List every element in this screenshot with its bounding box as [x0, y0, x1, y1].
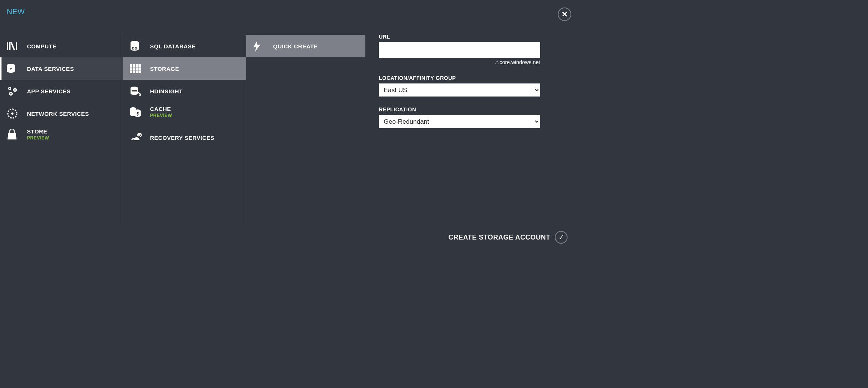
- cache-icon: [130, 106, 145, 118]
- svg-point-7: [9, 88, 11, 89]
- svg-point-11: [10, 93, 12, 94]
- svg-marker-27: [254, 40, 260, 52]
- hdinsight-icon: [130, 85, 145, 97]
- nav-item-texts: STORE PREVIEW: [27, 129, 49, 141]
- form-group-location: LOCATION/AFFINITY GROUP East US: [379, 75, 540, 97]
- nav-item-label: DATA SERVICES: [27, 66, 74, 72]
- form-area: URL .*.core.windows.net LOCATION/AFFINIT…: [379, 34, 540, 138]
- nav-item-recovery-services[interactable]: RECOVERY SERVICES: [123, 126, 246, 149]
- nav-item-label: APP SERVICES: [27, 88, 71, 94]
- nav-item-quick-create[interactable]: QUICK CREATE: [246, 35, 365, 57]
- nav-item-label: COMPUTE: [27, 43, 57, 49]
- url-label: URL: [379, 34, 540, 40]
- quick-create-icon: [253, 40, 268, 52]
- nav-item-label: CACHE: [150, 106, 172, 112]
- sql-database-icon: DB: [130, 40, 145, 52]
- nav-column-2: DB SQL DATABASE STORAGE HDINSIGHT CACHE …: [123, 35, 246, 225]
- store-icon: [7, 129, 22, 141]
- create-button-label: CREATE STORAGE ACCOUNT: [448, 234, 550, 241]
- nav-item-hdinsight[interactable]: HDINSIGHT: [123, 80, 246, 102]
- nav-item-network-services[interactable]: NETWORK SERVICES: [0, 102, 123, 125]
- app-services-icon: [7, 85, 22, 97]
- preview-badge: PREVIEW: [150, 113, 172, 118]
- nav-item-label: HDINSIGHT: [150, 88, 183, 94]
- network-services-icon: [7, 108, 22, 120]
- nav-item-sql-database[interactable]: DB SQL DATABASE: [123, 35, 246, 57]
- replication-select[interactable]: Geo-Redundant: [379, 115, 540, 128]
- page-title: NEW: [0, 0, 579, 16]
- svg-rect-1: [9, 42, 11, 50]
- nav-item-label: QUICK CREATE: [273, 43, 318, 49]
- nav-item-label: STORAGE: [150, 66, 179, 72]
- replication-label: REPLICATION: [379, 106, 540, 112]
- url-input[interactable]: [379, 42, 540, 58]
- svg-marker-2: [11, 42, 15, 50]
- nav-item-data-services[interactable]: x DATA SERVICES: [0, 57, 123, 80]
- nav-item-store[interactable]: STORE PREVIEW: [0, 125, 123, 149]
- recovery-services-icon: [130, 132, 145, 144]
- nav-item-label: SQL DATABASE: [150, 43, 196, 49]
- nav-item-texts: CACHE PREVIEW: [150, 106, 172, 118]
- location-label: LOCATION/AFFINITY GROUP: [379, 75, 540, 81]
- nav-item-label: STORE: [27, 129, 49, 135]
- location-select[interactable]: East US: [379, 83, 540, 97]
- nav-item-compute[interactable]: COMPUTE: [0, 35, 123, 57]
- check-icon: ✓: [555, 231, 568, 244]
- svg-point-9: [14, 89, 16, 91]
- svg-rect-23: [132, 90, 137, 91]
- create-storage-account-button[interactable]: CREATE STORAGE ACCOUNT ✓: [448, 231, 568, 244]
- nav-item-storage[interactable]: STORAGE: [123, 57, 246, 80]
- nav-panels: COMPUTE x DATA SERVICES APP SERVICES NET…: [0, 35, 365, 225]
- nav-column-3: QUICK CREATE: [246, 35, 365, 225]
- data-services-icon: x: [7, 63, 22, 75]
- nav-item-cache[interactable]: CACHE PREVIEW: [123, 102, 246, 126]
- storage-icon: [130, 63, 145, 75]
- close-icon: ✕: [562, 10, 568, 19]
- compute-icon: [7, 40, 22, 52]
- form-group-replication: REPLICATION Geo-Redundant: [379, 106, 540, 128]
- nav-column-1: COMPUTE x DATA SERVICES APP SERVICES NET…: [0, 35, 123, 225]
- svg-text:DB: DB: [132, 46, 137, 50]
- url-suffix: .*.core.windows.net: [379, 59, 540, 65]
- close-button[interactable]: ✕: [558, 7, 571, 21]
- svg-text:x: x: [9, 66, 12, 71]
- svg-point-13: [11, 112, 14, 115]
- svg-rect-0: [7, 42, 8, 50]
- svg-rect-3: [16, 42, 17, 50]
- nav-item-app-services[interactable]: APP SERVICES: [0, 80, 123, 102]
- nav-item-label: RECOVERY SERVICES: [150, 135, 215, 141]
- form-group-url: URL .*.core.windows.net: [379, 34, 540, 65]
- nav-item-label: NETWORK SERVICES: [27, 111, 89, 117]
- preview-badge: PREVIEW: [27, 136, 49, 141]
